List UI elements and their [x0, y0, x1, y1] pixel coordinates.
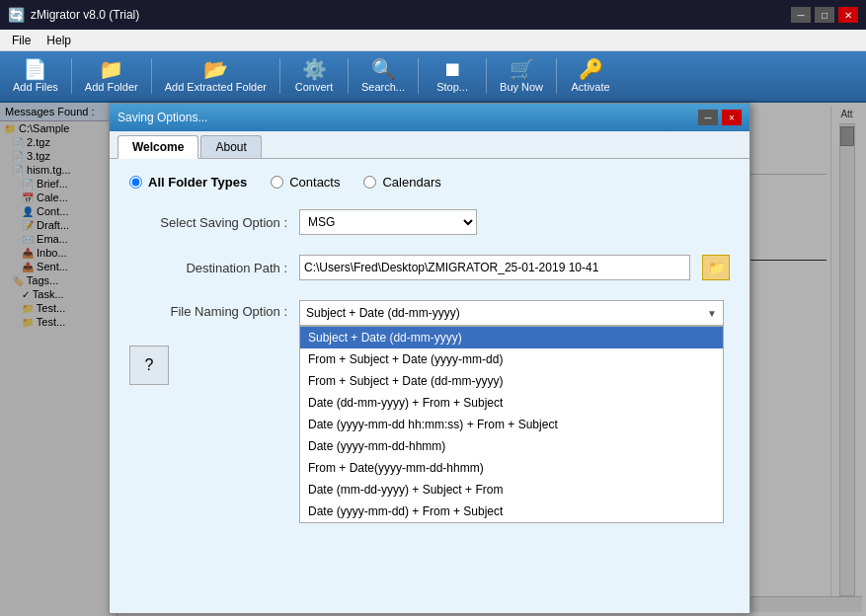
- toolbar-separator-4: [348, 58, 349, 94]
- add-extracted-icon: 📂: [203, 59, 228, 79]
- dialog-close-button[interactable]: ×: [722, 110, 742, 125]
- activate-icon: 🔑: [579, 59, 603, 79]
- toolbar-separator-5: [418, 58, 419, 94]
- toolbar: 📄 Add Files 📁 Add Folder 📂 Add Extracted…: [0, 51, 866, 103]
- browse-icon: 📁: [708, 260, 725, 275]
- add-extracted-label: Add Extracted Folder: [165, 81, 267, 93]
- activate-label: Activate: [572, 81, 610, 93]
- dropdown-arrow-icon: ▼: [707, 308, 717, 319]
- dialog-body: All Folder Types Contacts Calendars Sele…: [110, 159, 749, 613]
- help-button[interactable]: ?: [129, 346, 169, 385]
- add-files-icon: 📄: [23, 59, 47, 79]
- dropdown-item[interactable]: Date (yyyy-mm-dd hh:mm:ss) + From + Subj…: [300, 414, 723, 435]
- saving-option-label: Select Saving Option :: [129, 215, 287, 230]
- buy-now-button[interactable]: 🛒 Buy Now: [491, 54, 552, 98]
- radio-contacts[interactable]: Contacts: [271, 175, 340, 190]
- add-folder-label: Add Folder: [85, 81, 138, 93]
- destination-path-row: Destination Path : 📁: [129, 255, 730, 280]
- app-body: Messages Found : 📁 C:\Sample📄 2.tgz📄 3.t…: [0, 103, 866, 616]
- convert-label: Convert: [295, 81, 334, 93]
- stop-label: Stop...: [436, 81, 468, 93]
- dropdown-item[interactable]: Date (mm-dd-yyyy) + Subject + From: [300, 479, 723, 500]
- destination-input[interactable]: [299, 255, 690, 280]
- dropdown-item[interactable]: From + Subject + Date (yyyy-mm-dd): [300, 348, 723, 370]
- dialog-title: Saving Options...: [118, 111, 207, 124]
- dialog-tabs: Welcome About: [110, 131, 749, 159]
- window-title: zMigrator v8.0 (Trial): [31, 8, 139, 22]
- menu-help[interactable]: Help: [39, 32, 79, 49]
- file-naming-dropdown: Subject + Date (dd-mm-yyyy)From + Subjec…: [299, 326, 724, 523]
- menu-file[interactable]: File: [4, 32, 39, 49]
- search-label: Search...: [361, 81, 405, 93]
- dropdown-item[interactable]: Date (yyyy-mm-dd) + From + Subject: [300, 500, 723, 522]
- add-folder-button[interactable]: 📁 Add Folder: [76, 54, 147, 98]
- combo-display[interactable]: Subject + Date (dd-mm-yyyy) ▼: [299, 300, 724, 326]
- dialog-overlay: Saving Options... ─ × Welcome About: [0, 103, 866, 616]
- radio-all-folder-types[interactable]: All Folder Types: [129, 175, 247, 190]
- maximize-button[interactable]: □: [815, 7, 834, 23]
- title-bar: 🔄 zMigrator v8.0 (Trial) ─ □ ✕: [0, 0, 866, 30]
- file-naming-label: File Naming Option :: [129, 300, 287, 319]
- dropdown-item[interactable]: Date (yyyy-mm-dd-hhmm): [300, 435, 723, 457]
- combo-value: Subject + Date (dd-mm-yyyy): [306, 306, 460, 320]
- activate-button[interactable]: 🔑 Activate: [561, 54, 620, 98]
- browse-button[interactable]: 📁: [702, 255, 730, 280]
- dropdown-item[interactable]: Subject + Date (dd-mm-yyyy): [300, 327, 723, 348]
- menu-bar: File Help: [0, 30, 866, 51]
- toolbar-separator-7: [556, 58, 557, 94]
- search-icon: 🔍: [371, 59, 396, 79]
- buy-now-label: Buy Now: [500, 81, 543, 93]
- saving-options-dialog: Saving Options... ─ × Welcome About: [109, 103, 750, 614]
- folder-type-radio-group: All Folder Types Contacts Calendars: [129, 175, 730, 190]
- dialog-minimize-button[interactable]: ─: [698, 110, 718, 125]
- buy-now-icon: 🛒: [510, 59, 534, 79]
- radio-calendars[interactable]: Calendars: [363, 175, 440, 190]
- file-naming-row: File Naming Option : Subject + Date (dd-…: [129, 300, 730, 326]
- add-files-label: Add Files: [13, 81, 58, 93]
- add-folder-icon: 📁: [99, 59, 123, 79]
- saving-option-row: Select Saving Option : MSG EML PDF PST M…: [129, 209, 730, 235]
- convert-button[interactable]: ⚙️ Convert: [284, 54, 344, 98]
- close-button[interactable]: ✕: [838, 7, 858, 23]
- dropdown-item[interactable]: Date (dd-mm-yyyy) + From + Subject: [300, 392, 723, 414]
- dropdown-item[interactable]: From + Date(yyyy-mm-dd-hhmm): [300, 457, 723, 479]
- file-naming-combo[interactable]: Subject + Date (dd-mm-yyyy) ▼ Subject + …: [299, 300, 724, 326]
- convert-icon: ⚙️: [302, 59, 327, 79]
- tab-about[interactable]: About: [200, 135, 261, 158]
- destination-label: Destination Path :: [129, 261, 287, 275]
- add-files-button[interactable]: 📄 Add Files: [4, 54, 67, 98]
- toolbar-separator-6: [486, 58, 487, 94]
- toolbar-separator: [71, 58, 72, 94]
- search-button[interactable]: 🔍 Search...: [353, 54, 414, 98]
- stop-button[interactable]: ⏹ Stop...: [423, 54, 482, 98]
- app-icon: 🔄: [8, 7, 25, 23]
- toolbar-separator-2: [151, 58, 152, 94]
- stop-icon: ⏹: [442, 59, 462, 79]
- minimize-button[interactable]: ─: [791, 7, 811, 23]
- dialog-titlebar: Saving Options... ─ ×: [110, 104, 749, 131]
- dropdown-item[interactable]: From + Subject + Date (dd-mm-yyyy): [300, 370, 723, 392]
- saving-option-select[interactable]: MSG EML PDF PST MBOX HTML: [299, 209, 477, 235]
- toolbar-separator-3: [279, 58, 280, 94]
- tab-welcome[interactable]: Welcome: [118, 135, 198, 159]
- add-extracted-folder-button[interactable]: 📂 Add Extracted Folder: [156, 54, 276, 98]
